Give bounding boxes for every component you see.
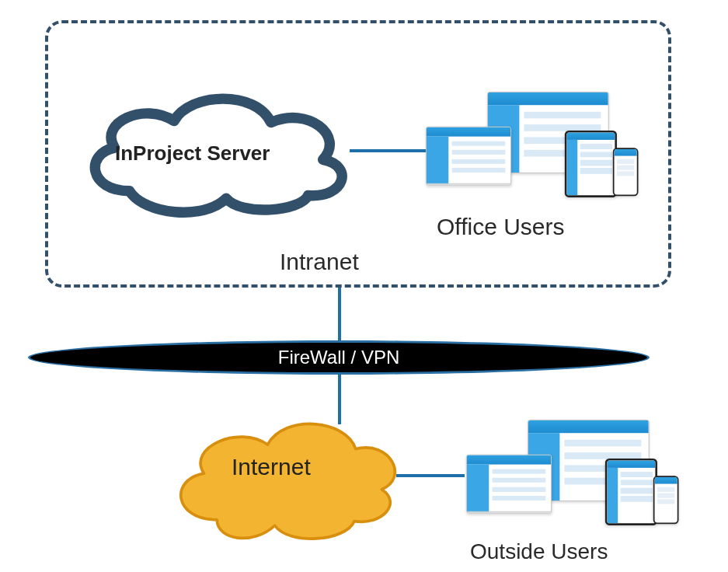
office-users-label: Office Users xyxy=(437,214,565,240)
internet-cloud-label: Internet xyxy=(232,454,311,480)
outside-users-devices-icon xyxy=(466,420,667,533)
server-cloud-label: InProject Server xyxy=(115,141,270,166)
firewall-label: FireWall / VPN xyxy=(278,347,399,368)
intranet-label: Intranet xyxy=(280,249,359,275)
firewall-bar: FireWall / VPN xyxy=(28,340,650,375)
connector-server-to-office xyxy=(350,149,437,152)
connector-internet-to-outside xyxy=(396,474,465,477)
outside-users-label: Outside Users xyxy=(470,539,608,564)
connector-intranet-to-firewall xyxy=(338,288,341,344)
office-users-devices-icon xyxy=(426,92,626,205)
diagram-canvas: Intranet InProject Server xyxy=(0,0,728,572)
